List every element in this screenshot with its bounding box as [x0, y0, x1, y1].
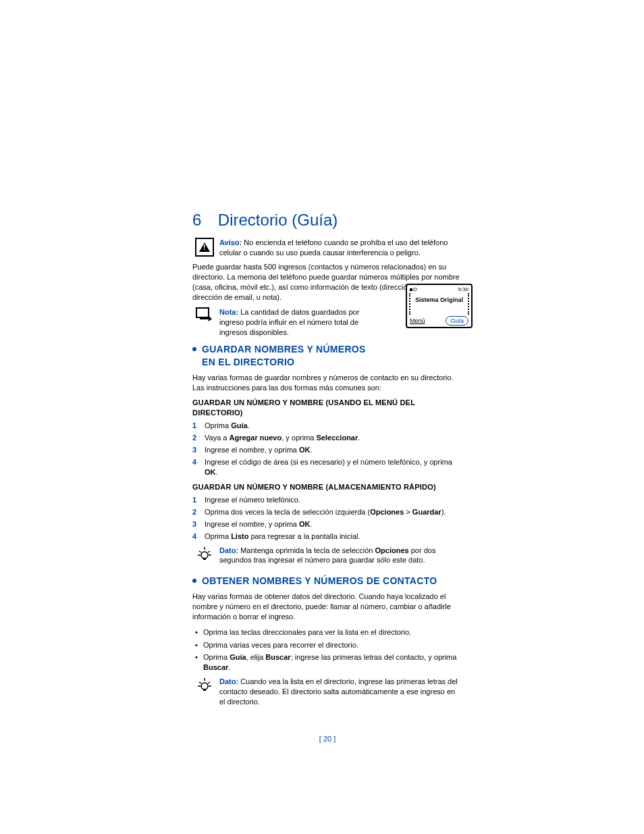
list-item: Oprima varias veces para recorrer el dir…	[192, 640, 462, 650]
chapter-heading: 6 Directorio (Guía)	[192, 209, 462, 231]
svg-rect-0	[196, 308, 209, 317]
aviso-block: Aviso: No encienda el teléfono cuando se…	[192, 238, 462, 258]
step-item: 1Oprima Guía.	[192, 421, 462, 431]
list-item: Oprima las teclas direccionales para ver…	[192, 627, 462, 637]
svg-point-1	[201, 552, 208, 558]
step-item: 3Ingrese el nombre, y oprima OK.	[192, 445, 462, 455]
page-number: [ 20 ]	[192, 734, 462, 744]
tip-icon	[192, 677, 217, 707]
svg-rect-2	[203, 558, 206, 560]
chapter-title: Directorio (Guía)	[218, 209, 338, 231]
bullet-icon	[192, 579, 196, 583]
subsection-1-title: GUARDAR UN NÚMERO Y NOMBRE (USANDO EL ME…	[192, 398, 462, 418]
dato-block-1: Dato: Mantenga oprimida la tecla de sele…	[192, 546, 462, 566]
nota-text: Nota: La cantidad de datos guardados por…	[219, 307, 381, 338]
dato-text: Dato: Mantenga oprimida la tecla de sele…	[219, 546, 462, 566]
aviso-label: Aviso:	[219, 238, 242, 246]
section-1-intro: Hay varias formas de guardar nombres y n…	[192, 373, 462, 393]
dato-block-2: Dato: Cuando vea la lista en el director…	[192, 677, 462, 707]
chapter-number: 6	[192, 209, 202, 231]
step-item: 4Ingrese el código de área (si es necesa…	[192, 457, 462, 477]
svg-rect-4	[203, 689, 206, 691]
nota-label: Nota:	[219, 308, 238, 316]
dato-text: Dato: Cuando vea la lista en el director…	[219, 677, 462, 707]
note-icon	[192, 307, 217, 338]
step-item: 4Oprima Listo para regresar a la pantall…	[192, 531, 462, 542]
list-item: Oprima Guía, elija Buscar; ingrese las p…	[192, 652, 462, 673]
step-item: 1Ingrese el número telefónico.	[192, 495, 462, 505]
bullet-list: Oprima las teclas direccionales para ver…	[192, 627, 462, 673]
nota-block: Nota: La cantidad de datos guardados por…	[192, 307, 381, 338]
step-item: 2Vaya a Agregar nuevo, y oprima Seleccio…	[192, 433, 462, 443]
section-2-intro: Hay varias formas de obtener datos del d…	[192, 592, 462, 622]
step-item: 3Ingrese el nombre, y oprima OK.	[192, 519, 462, 529]
page-content: 6 Directorio (Guía) Aviso: No encienda e…	[192, 209, 462, 744]
section-1-heading: GUARDAR NOMBRES Y NÚMEROS EN EL DIRECTOR…	[192, 343, 462, 369]
svg-point-3	[201, 683, 208, 689]
tip-icon	[192, 546, 217, 566]
screen-carrier: Sistema Original	[407, 296, 471, 304]
warning-icon	[192, 238, 217, 258]
steps-list-1: 1Oprima Guía. 2Vaya a Agregar nuevo, y o…	[192, 421, 462, 477]
aviso-text: Aviso: No encienda el teléfono cuando se…	[219, 238, 462, 258]
screen-softkey-right: Guía	[446, 316, 468, 325]
subsection-2-title: GUARDAR UN NÚMERO Y NOMBRE (ALMACENAMIEN…	[192, 482, 462, 492]
phone-screen-illustration: D 9:30 Sistema Original Menú Guía	[406, 284, 473, 328]
step-item: 2Oprima dos veces la tecla de selección …	[192, 507, 462, 517]
bullet-icon	[192, 347, 196, 351]
screen-softkey-left: Menú	[410, 317, 425, 325]
steps-list-2: 1Ingrese el número telefónico. 2Oprima d…	[192, 495, 462, 541]
section-2-heading: OBTENER NOMBRES Y NÚMEROS DE CONTACTO	[192, 575, 462, 588]
